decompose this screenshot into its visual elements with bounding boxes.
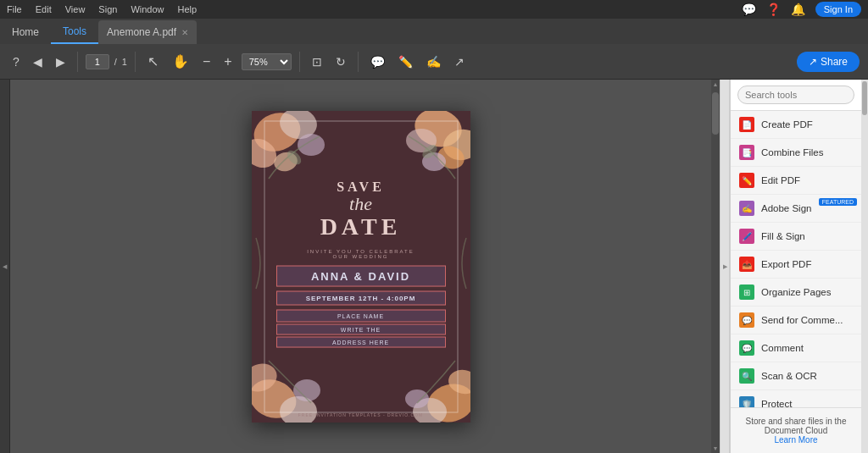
sign-tool-icon[interactable]: ✍️	[422, 52, 445, 72]
tab-tools[interactable]: Tools	[51, 20, 98, 44]
name-box: ANNA & DAVID	[276, 265, 446, 286]
edit-pdf-label: Edit PDF	[761, 175, 800, 185]
place-box: PLACE NAME	[276, 309, 446, 322]
page-number-input[interactable]	[86, 54, 109, 69]
comment-tool-icon[interactable]: 💬	[366, 52, 389, 72]
panel-scroll-thumb[interactable]	[862, 81, 867, 115]
tool-scan-ocr[interactable]: 🔍 Scan & OCR	[731, 362, 861, 390]
tab-file-label: Anemone A.pdf	[107, 26, 176, 38]
share-button[interactable]: ↗ Share	[797, 52, 860, 72]
svg-point-4	[271, 149, 299, 173]
export-pdf-label: Export PDF	[761, 259, 811, 269]
svg-point-5	[284, 147, 303, 167]
adobe-sign-icon: ✍️	[739, 201, 754, 216]
scroll-down-arrow[interactable]: ▼	[711, 445, 720, 451]
svg-point-18	[446, 367, 470, 396]
menu-view[interactable]: View	[65, 4, 86, 14]
tools-panel: 📄 Create PDF 📑 Combine Files ✏️ Edit PDF…	[730, 80, 861, 453]
page-total: 1	[122, 57, 127, 67]
pdf-scroll-thumb[interactable]	[712, 92, 719, 135]
right-panel-toggle[interactable]: ▶	[720, 80, 730, 453]
help-icon[interactable]: ❓	[766, 3, 781, 16]
select-tool-icon[interactable]: ↖	[143, 50, 163, 73]
hand-tool-icon[interactable]: ✋	[168, 50, 193, 73]
tool-organize-pages[interactable]: ⊞ Organize Pages	[731, 279, 861, 307]
tool-adobe-sign[interactable]: ✍️ Adobe Sign FEATURED	[731, 195, 861, 223]
date-box: SEPTEMBER 12TH - 4:00PM	[276, 290, 446, 305]
tab-tools-label: Tools	[63, 25, 86, 37]
send-comment-icon: 💬	[739, 312, 754, 328]
share-toolbar-icon[interactable]: ↗	[450, 52, 469, 72]
comment-icon: 💬	[739, 340, 754, 356]
menu-file[interactable]: File	[7, 4, 22, 14]
search-tools-input[interactable]	[737, 86, 854, 104]
zoom-in-button[interactable]: +	[220, 51, 236, 73]
svg-point-3	[298, 134, 325, 156]
pdf-footer: FREE INVITATION TEMPLATES - DREVIO.COM	[252, 412, 470, 417]
cloud-footer: Store and share files in the Document Cl…	[731, 407, 861, 453]
zoom-select[interactable]: 75% 50% 100% 125%	[242, 53, 292, 70]
tool-protect[interactable]: 🛡️ Protect	[731, 390, 861, 407]
left-panel-toggle[interactable]: ◀	[0, 80, 10, 453]
next-page-button[interactable]: ▶	[52, 52, 70, 72]
menu-sign[interactable]: Sign	[98, 4, 117, 14]
scan-ocr-label: Scan & OCR	[761, 371, 817, 381]
learn-more-link[interactable]: Learn More	[774, 435, 817, 445]
tool-edit-pdf[interactable]: ✏️ Edit PDF	[731, 167, 861, 195]
scan-ocr-icon: 🔍	[739, 368, 754, 384]
message-icon[interactable]: 💬	[742, 3, 756, 16]
tool-create-pdf[interactable]: 📄 Create PDF	[731, 111, 861, 139]
help-toolbar-icon[interactable]: ?	[8, 52, 24, 72]
svg-point-13	[280, 396, 317, 423]
tool-fill-sign[interactable]: 🖊️ Fill & Sign	[731, 223, 861, 251]
svg-point-7	[441, 126, 470, 163]
the-text: the	[276, 194, 446, 213]
protect-icon: 🛡️	[739, 396, 754, 407]
tool-comment[interactable]: 💬 Comment	[731, 334, 861, 362]
notification-icon[interactable]: 🔔	[791, 3, 805, 16]
featured-badge: FEATURED	[819, 198, 857, 206]
tool-send-comment[interactable]: 💬 Send for Comme...	[731, 307, 861, 334]
pdf-document: SAVE the DATE INVITE YOU TO CELEBRATE OU…	[252, 111, 470, 423]
tool-export-pdf[interactable]: 📤 Export PDF	[731, 251, 861, 279]
tools-list: 📄 Create PDF 📑 Combine Files ✏️ Edit PDF…	[731, 111, 861, 407]
organize-pages-icon: ⊞	[739, 285, 754, 300]
fit-page-icon[interactable]: ⊡	[308, 52, 326, 72]
svg-point-14	[252, 359, 281, 396]
date-text: DATE	[276, 213, 446, 240]
rotate-icon[interactable]: ↻	[331, 52, 350, 72]
svg-point-15	[293, 379, 320, 401]
svg-point-0	[252, 111, 306, 157]
svg-point-6	[410, 111, 465, 152]
organize-pages-label: Organize Pages	[761, 287, 831, 297]
page-separator: /	[114, 57, 117, 67]
combine-files-label: Combine Files	[761, 147, 824, 157]
panel-scrollbar[interactable]	[861, 80, 868, 453]
search-tools-bar	[731, 80, 861, 111]
tab-close-button[interactable]: ✕	[181, 28, 188, 37]
sign-in-button[interactable]: Sign In	[815, 2, 861, 17]
zoom-out-button[interactable]: −	[198, 51, 214, 73]
menu-edit[interactable]: Edit	[36, 4, 52, 14]
send-comment-label: Send for Comme...	[761, 315, 843, 325]
address-box: ADDRESS HERE	[276, 336, 446, 347]
scroll-up-arrow[interactable]: ▲	[711, 81, 720, 87]
tool-combine-files[interactable]: 📑 Combine Files	[731, 139, 861, 167]
fill-sign-label: Fill & Sign	[761, 231, 805, 241]
svg-point-9	[434, 142, 467, 172]
prev-page-button[interactable]: ◀	[29, 52, 47, 72]
pdf-scrollbar[interactable]: ▲ ▼	[711, 80, 720, 453]
draw-tool-icon[interactable]: ✏️	[394, 52, 417, 72]
menu-help[interactable]: Help	[178, 4, 198, 14]
pdf-canvas: SAVE the DATE INVITE YOU TO CELEBRATE OU…	[10, 80, 711, 453]
menu-window[interactable]: Window	[131, 4, 164, 14]
tab-home-label: Home	[12, 26, 39, 38]
tab-home[interactable]: Home	[0, 20, 51, 44]
fill-sign-icon: 🖊️	[739, 229, 754, 244]
create-pdf-label: Create PDF	[761, 119, 813, 130]
svg-point-8	[406, 129, 437, 152]
adobe-sign-label: Adobe Sign	[761, 203, 811, 213]
tab-file[interactable]: Anemone A.pdf ✕	[98, 20, 197, 44]
cloud-text: Store and share files in the Document Cl…	[737, 417, 854, 435]
svg-point-10	[422, 152, 446, 171]
